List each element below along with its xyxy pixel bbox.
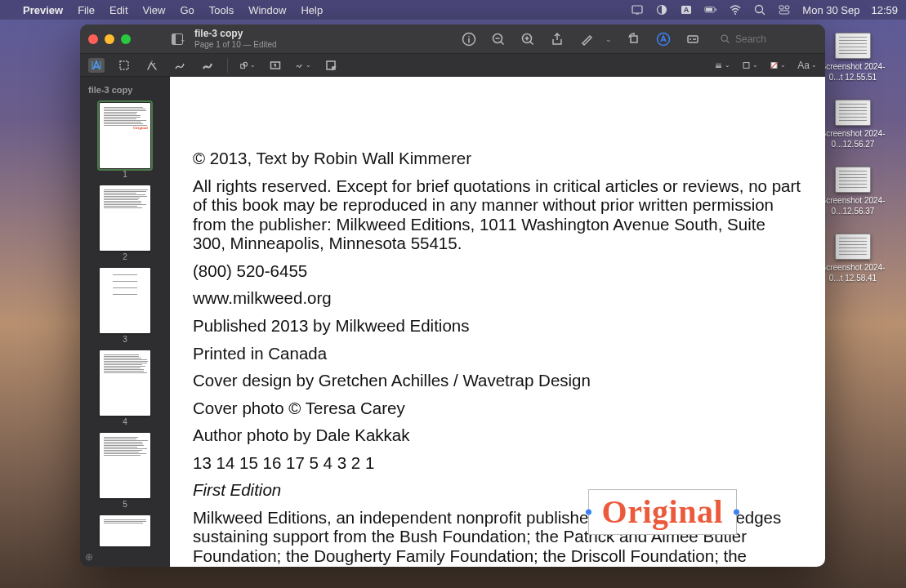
desktop-file[interactable]: Screenshot 2024-0...12.56.37 — [816, 167, 890, 216]
menu-edit[interactable]: Edit — [109, 4, 127, 16]
titlebar: ⌄ file-3 copy Page 1 of 10 — Edited ⌄ — [80, 24, 825, 54]
form-icon[interactable] — [685, 32, 700, 47]
svg-point-18 — [721, 35, 727, 41]
zoom-button[interactable] — [121, 34, 131, 44]
sidebar-toggle-icon[interactable] — [172, 33, 183, 45]
sidebar-title: file-3 copy — [80, 83, 170, 100]
note-tool[interactable] — [323, 58, 339, 73]
rotate-icon[interactable] — [627, 32, 641, 47]
markup-icon[interactable] — [656, 32, 671, 47]
display-icon[interactable] — [655, 3, 668, 16]
author-photo-line: Author photo by Dale Kakkak — [193, 425, 802, 445]
zoom-out-icon[interactable] — [491, 32, 506, 47]
close-button[interactable] — [88, 34, 98, 44]
svg-point-7 — [734, 13, 736, 15]
fill-color-tool[interactable]: ⌄ — [770, 58, 786, 73]
thumbnail-page-number: 2 — [80, 252, 170, 261]
copyright-line: © 2013, Text by Robin Wall Kimmerer — [193, 149, 802, 168]
highlight-icon[interactable] — [579, 32, 594, 47]
draw-tool[interactable] — [199, 58, 216, 73]
svg-point-8 — [756, 6, 763, 13]
desktop-file[interactable]: Screenshot 2024-0...t 12.58.41 — [816, 234, 890, 283]
battery-icon[interactable] — [704, 3, 717, 16]
menu-go[interactable]: Go — [180, 4, 194, 16]
search-input[interactable] — [735, 33, 817, 45]
page-thumbnail[interactable] — [100, 350, 150, 416]
preview-window: ⌄ file-3 copy Page 1 of 10 — Edited ⌄ — [80, 24, 825, 567]
highlight-caret[interactable]: ⌄ — [605, 35, 612, 43]
sign-tool[interactable]: ⌄ — [295, 58, 311, 73]
shapes-tool[interactable]: ⌄ — [239, 58, 256, 73]
svg-text:A: A — [684, 6, 690, 14]
menu-help[interactable]: Help — [301, 4, 323, 16]
markup-toolbar: ⌄ ⌄ ⌄ ⌄ ⌄ Aa⌄ — [80, 54, 825, 77]
svg-rect-5 — [706, 8, 712, 11]
stroke-color-tool[interactable]: ⌄ — [742, 58, 758, 73]
menubar: Preview File Edit View Go Tools Window H… — [0, 0, 906, 20]
phone-line: (800) 520-6455 — [193, 261, 802, 281]
thumbnail-page-number: 4 — [80, 417, 170, 426]
svg-rect-6 — [716, 8, 716, 11]
search-icon — [720, 33, 730, 44]
menubar-date[interactable]: Mon 30 Sep — [802, 4, 859, 16]
rect-select-tool[interactable] — [116, 58, 132, 73]
thumbnail-sidebar: file-3 copy Original12345 ⊕ — [80, 77, 170, 567]
cover-design-line: Cover design by Gretchen Achilles / Wave… — [193, 371, 802, 390]
document-viewport[interactable]: © 2013, Text by Robin Wall Kimmerer All … — [170, 77, 825, 567]
printed-line: Printed in Canada — [193, 344, 802, 363]
svg-rect-0 — [632, 6, 642, 13]
sketch-tool[interactable] — [172, 58, 188, 73]
minimize-button[interactable] — [105, 34, 114, 44]
menu-file[interactable]: File — [78, 4, 95, 16]
file-thumbnail-icon — [835, 100, 871, 126]
file-label: Screenshot 2024-0...12.56.27 — [816, 129, 890, 149]
wifi-icon[interactable] — [729, 3, 742, 16]
svg-rect-15 — [631, 36, 637, 42]
menu-window[interactable]: Window — [248, 4, 286, 16]
share-icon[interactable] — [550, 32, 565, 47]
menubar-time[interactable]: 12:59 — [871, 4, 898, 16]
spotlight-icon[interactable] — [753, 3, 766, 16]
zoom-in-icon[interactable] — [520, 32, 535, 47]
selection-handle-left[interactable] — [586, 510, 591, 515]
selection-handle-right[interactable] — [734, 510, 739, 515]
window-subtitle: Page 1 of 10 — Edited — [194, 40, 277, 49]
url-line: www.milkweed.org — [193, 288, 802, 308]
page-thumbnail[interactable] — [100, 268, 150, 333]
thumbnail-page-number: 1 — [80, 170, 170, 179]
info-icon[interactable] — [462, 32, 476, 47]
desktop-file[interactable]: Screenshot 2024-0...12.56.27 — [816, 100, 890, 149]
svg-rect-25 — [743, 62, 749, 68]
text-annotation-box[interactable]: Original — [588, 489, 737, 535]
app-name[interactable]: Preview — [23, 4, 63, 16]
cover-photo-line: Cover photo © Teresa Carey — [193, 399, 802, 418]
file-thumbnail-icon — [835, 234, 871, 260]
annotation-text[interactable]: Original — [602, 493, 723, 530]
instant-alpha-tool[interactable] — [144, 58, 160, 73]
toolbar-divider — [227, 58, 228, 73]
page-content: © 2013, Text by Robin Wall Kimmerer All … — [170, 77, 825, 567]
printing-numbers: 13 14 15 16 17 5 4 3 2 1 — [193, 453, 802, 473]
svg-rect-11 — [779, 11, 789, 14]
menu-view[interactable]: View — [143, 4, 166, 16]
page-thumbnail[interactable] — [100, 515, 150, 546]
published-line: Published 2013 by Milkweed Editions — [193, 316, 802, 336]
line-weight-tool[interactable]: ⌄ — [714, 58, 730, 73]
menu-tools[interactable]: Tools — [209, 4, 234, 16]
file-label: Screenshot 2024-0...t 12.55.51 — [816, 62, 890, 82]
text-tool[interactable] — [267, 58, 283, 73]
page-thumbnail[interactable] — [100, 433, 150, 498]
control-center-icon[interactable] — [778, 3, 791, 16]
page-thumbnail[interactable]: Original — [100, 103, 150, 168]
screen-mirroring-icon[interactable] — [631, 3, 644, 16]
page-thumbnail[interactable] — [100, 185, 150, 251]
text-select-tool[interactable] — [88, 58, 105, 73]
thumbnail-page-number: 5 — [80, 500, 170, 509]
file-thumbnail-icon — [835, 167, 871, 193]
file-thumbnail-icon — [835, 33, 871, 59]
sidebar-add-icon[interactable]: ⊕ — [85, 551, 93, 563]
desktop-file[interactable]: Screenshot 2024-0...t 12.55.51 — [816, 33, 890, 82]
text-style-tool[interactable]: Aa⌄ — [797, 58, 817, 73]
svg-rect-9 — [779, 6, 783, 9]
input-source-icon[interactable]: A — [680, 3, 693, 16]
